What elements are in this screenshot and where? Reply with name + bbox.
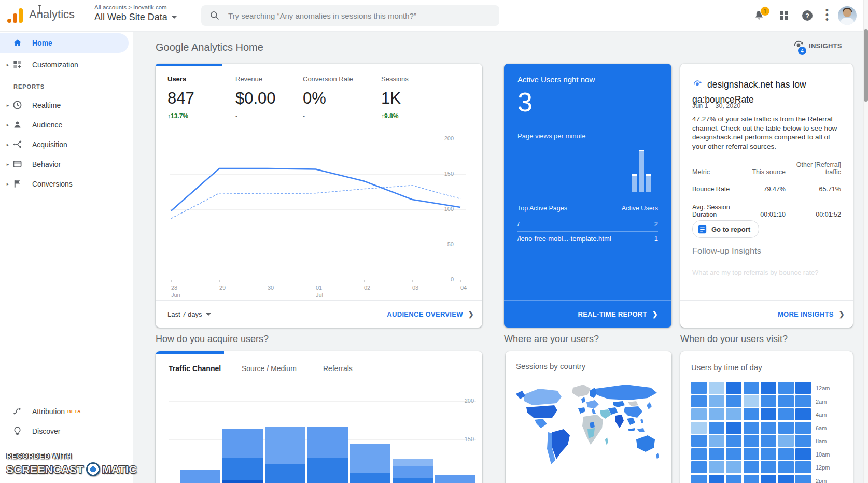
heatmap-cell <box>726 395 741 407</box>
insights-count-badge: 4 <box>797 46 807 56</box>
help-icon[interactable]: ? <box>801 9 814 22</box>
heatmap-cell <box>778 395 794 407</box>
sidebar-item-acquisition[interactable]: ▸Acquisition <box>0 135 133 154</box>
breadcrumb[interactable]: All accounts > Inovatik.com <box>94 4 177 10</box>
sidebar-item-conversions[interactable]: ▸Conversions <box>0 174 133 194</box>
traffic-channel-bar-segment <box>265 464 305 483</box>
date-range-selector[interactable]: Last 7 days <box>167 310 211 318</box>
heatmap-cell <box>726 461 741 473</box>
y-axis-label: 150 <box>453 436 474 442</box>
audience-overview-label: AUDIENCE OVERVIEW <box>387 310 463 318</box>
active-page-row[interactable]: /2 <box>517 220 658 228</box>
col-header-metric: Metric <box>692 168 747 176</box>
sidebar-item-audience[interactable]: ▸Audience <box>0 115 133 135</box>
heatmap-cell <box>726 435 741 447</box>
apps-grid-icon[interactable] <box>778 9 790 22</box>
more-vertical-icon[interactable]: ••• <box>824 8 830 21</box>
traffic-channel-bar-segment <box>222 480 263 483</box>
traffic-channel-bar-segment <box>350 473 390 483</box>
insight-body-text: 47.27% of your site traffic is from the … <box>692 115 842 151</box>
property-selector[interactable]: All Web Site Data <box>94 12 177 23</box>
other-traffic-cell: 65.71% <box>786 186 841 193</box>
sidebar-item-home[interactable]: Home <box>0 33 129 53</box>
traffic-channel-bar-segment <box>393 459 433 466</box>
pageviews-bar <box>632 176 637 192</box>
sidebar-item-customization[interactable]: ▸Customization <box>0 55 133 75</box>
active-page-path: / <box>517 220 520 228</box>
chevron-right-icon: ❯ <box>468 310 474 318</box>
heatmap-cell <box>726 382 741 394</box>
metric-sessions[interactable]: Sessions1K↑9.8% <box>381 75 409 120</box>
expand-arrow-icon: ▸ <box>4 122 11 127</box>
sidebar-item-label: Customization <box>32 61 78 69</box>
other-traffic-cell: 00:01:52 <box>786 211 841 218</box>
behavior-icon <box>12 159 23 169</box>
sidebar-section-label: REPORTS <box>0 78 133 95</box>
more-insights-link[interactable]: MORE INSIGHTS ❯ <box>778 310 845 318</box>
search-bar[interactable] <box>201 5 499 26</box>
go-to-report-button[interactable]: Go to report <box>692 220 759 238</box>
traffic-channel-bar-segment <box>307 458 348 483</box>
avatar[interactable] <box>838 6 857 25</box>
heatmap-cell <box>795 422 811 434</box>
active-tab-indicator <box>156 351 224 354</box>
page-title: Google Analytics Home <box>156 41 263 53</box>
sidebar-item-discover[interactable]: Discover <box>0 421 133 441</box>
home-icon <box>12 38 23 48</box>
traffic-channel-bar-segment <box>180 470 220 483</box>
tab-traffic-channel[interactable]: Traffic Channel <box>169 364 221 373</box>
insights-button[interactable]: 4 INSIGHTS <box>792 39 842 52</box>
insight-title-text: designshack.net has low ga:bounceRate <box>692 79 806 105</box>
heatmap-row-label: 8am <box>816 438 834 444</box>
watermark-brand-right: MATIC <box>102 463 137 476</box>
more-insights-label: MORE INSIGHTS <box>778 310 834 318</box>
traffic-channel-bar-segment <box>435 475 475 483</box>
sparkline-top-rule <box>517 143 658 143</box>
heatmap-cell <box>691 422 707 434</box>
realtime-title: Active Users right now <box>517 75 595 84</box>
heatmap-cell <box>761 395 776 407</box>
scrollbar-track[interactable] <box>863 0 868 483</box>
metric-conversion-rate[interactable]: Conversion Rate0%- <box>303 75 353 120</box>
metric-revenue[interactable]: Revenue$0.00- <box>235 75 276 120</box>
metric-name-cell: Avg. Session Duration <box>692 204 747 218</box>
active-page-row[interactable]: /leno-free-mobi...-template.html1 <box>517 235 658 243</box>
metric-users[interactable]: Users847↑13.7% <box>167 75 194 120</box>
heatmap-row-label: 6am <box>816 425 834 431</box>
google-analytics-logo-icon[interactable] <box>7 7 23 24</box>
x-axis-label: 04 <box>460 284 467 291</box>
customization-icon <box>12 60 23 70</box>
sidebar-item-label: Conversions <box>32 180 73 188</box>
x-axis-label: 03 <box>412 284 418 291</box>
realtime-icon <box>12 100 23 110</box>
screencast-o-matic-logo-icon <box>86 462 100 476</box>
sidebar-item-label: Audience <box>32 121 62 129</box>
tab-referrals[interactable]: Referrals <box>323 364 353 373</box>
audience-overview-link[interactable]: AUDIENCE OVERVIEW ❯ <box>387 310 474 318</box>
tab-source-medium[interactable]: Source / Medium <box>242 364 297 373</box>
heatmap-cell <box>744 448 759 460</box>
scrollbar-thumb[interactable] <box>864 29 868 102</box>
pageviews-bar <box>646 176 651 192</box>
sidebar-item-attribution[interactable]: AttributionBETA <box>0 402 133 421</box>
top-app-bar: Analytics All accounts > Inovatik.com Al… <box>0 0 868 32</box>
heatmap-cell <box>778 475 794 483</box>
traffic-channel-bar-segment <box>350 444 390 473</box>
insight-table-row: Bounce Rate79.47%65.71% <box>692 180 841 198</box>
realtime-report-link[interactable]: REAL-TIME REPORT ❯ <box>578 310 658 318</box>
heatmap-cell <box>726 422 741 434</box>
heatmap-cell <box>691 461 707 473</box>
search-input[interactable] <box>227 11 478 21</box>
heatmap-cell <box>691 395 707 407</box>
heatmap-cell <box>744 475 759 483</box>
heatmap-cell <box>761 475 776 483</box>
heatmap-cell <box>709 382 724 394</box>
sidebar-item-realtime[interactable]: ▸Realtime <box>0 95 133 115</box>
heatmap-cell <box>778 461 794 473</box>
heatmap-cell <box>691 382 707 394</box>
chevron-right-icon: ❯ <box>652 310 658 318</box>
beta-badge: BETA <box>67 409 81 414</box>
sidebar-item-behavior[interactable]: ▸Behavior <box>0 154 133 174</box>
world-map <box>512 378 665 482</box>
heatmap-cell <box>795 461 811 473</box>
